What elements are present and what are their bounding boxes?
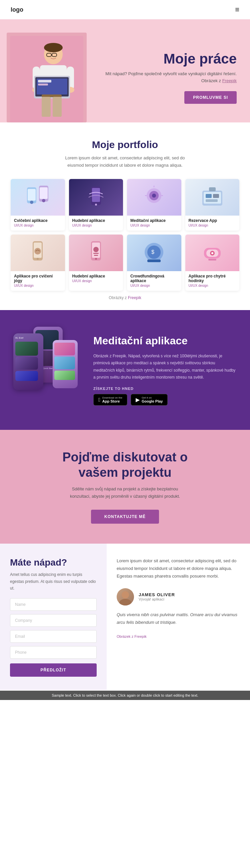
card-image-8 xyxy=(185,235,240,271)
phone-card-1 xyxy=(15,342,38,355)
googleplay-badge[interactable]: ▶ Get it on Google Play xyxy=(131,394,168,406)
svg-rect-35 xyxy=(206,199,218,202)
discuss-title: Pojďme diskutovat o vašem projektu xyxy=(58,450,192,480)
svg-rect-44 xyxy=(93,253,99,254)
svg-rect-22 xyxy=(40,187,48,199)
hero-image xyxy=(7,33,87,122)
svg-rect-34 xyxy=(213,194,219,198)
card-title-3: Meditační aplikace xyxy=(130,218,178,223)
hero-description: Mít nápad? Pojďme společně vytvořit vaše… xyxy=(97,70,237,85)
portfolio-card-5[interactable]: Aplikace pro cvičení jógy UI/UX design xyxy=(11,235,65,291)
portfolio-card-6[interactable]: Hudební aplikace UI/UX design xyxy=(69,235,123,291)
svg-point-24 xyxy=(42,199,45,202)
svg-rect-26 xyxy=(92,188,100,202)
phone-input[interactable] xyxy=(10,646,97,659)
card-title-1: Cvičební aplikace xyxy=(14,218,62,223)
svg-rect-50 xyxy=(147,259,161,262)
card-title-5: Aplikace pro cvičení jógy xyxy=(14,274,62,283)
portfolio-grid: Cvičební aplikace UI/UX design Hudební a… xyxy=(11,179,239,291)
phone-r-block-2 xyxy=(54,356,75,369)
get-now-label: ZÍSKEJTE TO HNED xyxy=(93,386,237,391)
svg-rect-36 xyxy=(209,187,216,191)
apple-icon:  xyxy=(98,397,100,403)
contact-left: Máte nápad? Amet tellus cus adipiscing e… xyxy=(0,544,107,690)
contact-form: PŘEDLOŽIT xyxy=(10,598,97,677)
person-role: Vývojář aplikací xyxy=(139,597,175,601)
hero-title: Moje práce xyxy=(97,51,237,66)
card-image-4 xyxy=(185,179,240,216)
testimonial-quote: Quis viverra nibh cras pulvinar mattis. … xyxy=(117,611,240,626)
person-info: JAMES OLIVER Vývojář aplikací xyxy=(139,592,175,601)
contact-section: Máte nápad? Amet tellus cus adipiscing e… xyxy=(0,544,250,690)
card-title-7: Crowdfundingová aplikace xyxy=(130,274,178,283)
svg-point-57 xyxy=(119,599,131,606)
testimonial-person: JAMES OLIVER Vývojář aplikací xyxy=(117,588,240,606)
meditation-title: Meditační aplikace xyxy=(93,334,237,347)
portfolio-card-3[interactable]: Meditační aplikace UI/UX design xyxy=(127,179,181,230)
contact-button[interactable]: KONTAKTUJTE MĚ xyxy=(91,510,159,524)
name-input[interactable] xyxy=(10,598,97,611)
svg-point-27 xyxy=(95,204,97,206)
portfolio-section: Moje portfolio Lorem ipsum dolor sit ame… xyxy=(0,122,250,310)
portfolio-card-1[interactable]: Cvičební aplikace UI/UX design xyxy=(11,179,65,230)
card-sub-1: UI/UX design xyxy=(14,224,62,227)
phone-r-block-3 xyxy=(54,371,75,380)
email-input[interactable] xyxy=(10,630,97,643)
card-sub-4: UI/UX design xyxy=(189,224,236,227)
svg-point-43 xyxy=(93,247,99,252)
card-sub-7: UI/UX design xyxy=(130,284,178,287)
card-title-8: Aplikace pro chytré hodinky xyxy=(189,274,236,283)
card-sub-2: UI/UX design xyxy=(72,224,120,227)
header: logo ≡ xyxy=(0,0,250,19)
freepik-link[interactable]: Freepik xyxy=(128,296,141,300)
avatar xyxy=(117,588,134,606)
portfolio-card-4[interactable]: Rezervace App UI/UX design xyxy=(185,179,240,230)
freepik-text: Obrázky z Freepik xyxy=(11,296,239,300)
googleplay-icon: ▶ xyxy=(136,397,140,403)
meditation-section: Hi, Eve! Quick Start Meditační aplikace xyxy=(0,310,250,430)
portfolio-card-2[interactable]: Hudební aplikace UI/UX design xyxy=(69,179,123,230)
svg-rect-14 xyxy=(38,80,51,83)
sample-bar[interactable]: Sample text. Click to select the text bo… xyxy=(0,691,250,700)
portfolio-title: Moje portfolio xyxy=(11,139,239,150)
submit-button[interactable]: PŘEDLOŽIT xyxy=(10,663,97,677)
menu-icon[interactable]: ≡ xyxy=(235,5,239,14)
card-image-5 xyxy=(11,235,65,271)
hero-freepik-link[interactable]: Freepik xyxy=(222,78,237,83)
meditation-description: Obrázek z Freepik. Nápad, vytvořená s ví… xyxy=(93,353,237,381)
hero-section: Moje práce Mít nápad? Pojďme společně vy… xyxy=(0,19,250,122)
svg-point-39 xyxy=(34,248,41,254)
discuss-section: Pojďme diskutovat o vašem projektu Sdělt… xyxy=(0,430,250,543)
svg-rect-20 xyxy=(28,189,36,200)
card-image-1 xyxy=(11,179,65,216)
company-input[interactable] xyxy=(10,614,97,627)
svg-point-54 xyxy=(211,252,213,254)
card-sub-3: UI/UX design xyxy=(130,224,178,227)
contact-right: Lorem ipsum dolor sit amet, consectetur … xyxy=(107,544,250,690)
phone-card-2 xyxy=(15,357,38,370)
svg-point-30 xyxy=(152,194,156,197)
appstore-badge[interactable]:  Download on the App Store xyxy=(93,394,127,406)
svg-point-40 xyxy=(37,258,39,260)
portfolio-card-8[interactable]: Aplikace pro chytré hodinky UI/UX design xyxy=(185,235,240,291)
portfolio-description: Lorem ipsum dolor sit amet, consectetur … xyxy=(58,154,192,169)
svg-rect-15 xyxy=(38,84,48,86)
phone-r-block-1 xyxy=(54,343,75,355)
card-image-3 xyxy=(127,179,181,216)
svg-point-46 xyxy=(95,258,97,260)
svg-rect-33 xyxy=(206,194,212,198)
logo: logo xyxy=(11,6,23,13)
appstore-text: Download on the App Store xyxy=(102,396,122,403)
portfolio-card-7[interactable]: $ Crowdfundingová aplikace UI/UX design xyxy=(127,235,181,291)
card-title-2: Hudební aplikace xyxy=(72,218,120,223)
card-image-7: $ xyxy=(127,235,181,271)
phone-mock-1: Hi, Eve! xyxy=(13,333,43,390)
store-badges:  Download on the App Store ▶ Get it on … xyxy=(93,394,237,406)
meditation-text: Meditační aplikace Obrázek z Freepik. Ná… xyxy=(93,334,237,406)
card-image-6 xyxy=(69,235,123,271)
freepik-small: Obrázek z Freepik xyxy=(117,634,240,639)
phone-mock-3 xyxy=(53,340,78,388)
testimonial-body: Lorem ipsum dolor sit amet, consectetur … xyxy=(117,557,240,580)
svg-rect-18 xyxy=(53,97,62,117)
promluvme-button[interactable]: PROMLUVME SI xyxy=(184,91,237,104)
